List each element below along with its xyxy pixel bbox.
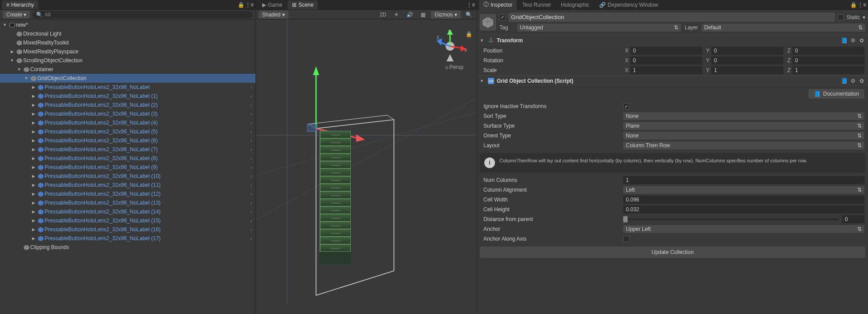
preset-icon[interactable]: ⚙: [849, 37, 856, 44]
menu-icon[interactable]: ⋮≡: [466, 2, 475, 8]
tab-holographic[interactable]: Holographic: [556, 0, 594, 9]
expand-toggle[interactable]: ▶: [30, 236, 37, 241]
audio-toggle[interactable]: 🔊: [404, 11, 415, 19]
open-prefab-icon[interactable]: ›: [250, 103, 251, 108]
open-prefab-icon[interactable]: ›: [250, 183, 251, 188]
sort-type-dropdown[interactable]: None⇅: [623, 112, 864, 120]
hierarchy-item[interactable]: ▶PressableButtonHoloLens2_32x96_NoLabel …: [0, 145, 256, 154]
hierarchy-item[interactable]: ▶PressableButtonHoloLens2_32x96_NoLabel …: [0, 172, 256, 181]
rotation-x-input[interactable]: [630, 56, 702, 64]
tab-inspector[interactable]: ⓘ Inspector: [479, 0, 517, 10]
expand-toggle[interactable]: ▶: [30, 209, 37, 214]
grid-component-header[interactable]: ▼ C# Grid Object Collection (Script) 📘 ⚙…: [477, 75, 868, 86]
expand-toggle[interactable]: ▶: [30, 174, 37, 178]
shading-dropdown[interactable]: Shaded ▾: [259, 11, 288, 19]
hierarchy-item[interactable]: Clipping Bounds: [0, 243, 256, 252]
hierarchy-item[interactable]: ▶PressableButtonHoloLens2_32x96_NoLabel …: [0, 234, 256, 243]
hierarchy-item[interactable]: ▶PressableButtonHoloLens2_32x96_NoLabel …: [0, 216, 256, 225]
open-prefab-icon[interactable]: ›: [250, 236, 251, 241]
open-prefab-icon[interactable]: ›: [250, 129, 251, 134]
preset-icon[interactable]: ⚙: [849, 77, 856, 85]
hierarchy-item[interactable]: ▼Container: [0, 65, 256, 74]
gameobject-name-input[interactable]: [508, 12, 835, 22]
open-prefab-icon[interactable]: ›: [250, 121, 251, 125]
expand-toggle[interactable]: ▼: [2, 23, 8, 27]
tab-scene[interactable]: ⊞ Scene: [288, 0, 318, 9]
expand-toggle[interactable]: ▶: [30, 129, 37, 134]
expand-toggle[interactable]: ▶: [30, 201, 37, 205]
hierarchy-tree[interactable]: ▼new*Directional LightMixedRealityToolki…: [0, 20, 256, 314]
gameobject-enabled-checkbox[interactable]: ✓: [499, 14, 506, 20]
open-prefab-icon[interactable]: ›: [250, 227, 251, 232]
expand-toggle[interactable]: ▶: [30, 121, 37, 125]
tab-hierarchy[interactable]: ≡ Hierarchy: [2, 0, 38, 9]
hierarchy-item[interactable]: ▶PressableButtonHoloLens2_32x96_NoLabel …: [0, 163, 256, 172]
expand-toggle[interactable]: ▶: [30, 183, 37, 187]
position-x-input[interactable]: [630, 47, 702, 55]
hierarchy-item[interactable]: ▼GridObjectCollection: [0, 74, 256, 83]
open-prefab-icon[interactable]: ›: [250, 147, 251, 152]
orient-type-dropdown[interactable]: None⇅: [623, 132, 864, 140]
expand-toggle[interactable]: ▶: [30, 218, 37, 223]
expand-toggle[interactable]: ▼: [23, 76, 29, 81]
hierarchy-item[interactable]: ▶PressableButtonHoloLens2_32x96_NoLabel …: [0, 225, 256, 234]
expand-toggle[interactable]: ▼: [9, 58, 15, 63]
expand-toggle[interactable]: ▶: [30, 156, 37, 161]
open-prefab-icon[interactable]: ›: [250, 218, 251, 223]
create-button[interactable]: Create ▾: [3, 11, 30, 19]
position-y-input[interactable]: [711, 47, 783, 55]
fx-toggle[interactable]: ▦: [418, 11, 428, 19]
column-alignment-dropdown[interactable]: Left⇅: [623, 186, 864, 194]
open-prefab-icon[interactable]: ›: [250, 156, 251, 161]
cell-width-input[interactable]: [623, 196, 864, 204]
static-checkbox[interactable]: [838, 14, 844, 20]
open-prefab-icon[interactable]: ›: [250, 138, 251, 143]
expand-toggle[interactable]: ▶: [30, 227, 37, 232]
gizmos-dropdown[interactable]: Gizmos ▾: [431, 11, 461, 19]
collapse-toggle[interactable]: ▼: [480, 79, 485, 83]
scale-z-input[interactable]: [792, 66, 864, 74]
orientation-gizmo[interactable]: x y z: [432, 28, 468, 64]
search-icon[interactable]: 🔍: [463, 11, 474, 19]
hierarchy-item[interactable]: ▶PressableButtonHoloLens2_32x96_NoLabel …: [0, 198, 256, 207]
layout-dropdown[interactable]: Column Then Row⇅: [623, 141, 864, 149]
expand-toggle[interactable]: ▼: [16, 67, 22, 72]
hierarchy-item[interactable]: ▶PressableButtonHoloLens2_32x96_NoLabel …: [0, 109, 256, 118]
expand-toggle[interactable]: ▶: [30, 192, 37, 196]
hierarchy-item[interactable]: MixedRealityToolkit: [0, 38, 256, 47]
open-prefab-icon[interactable]: ›: [250, 201, 251, 205]
rotation-z-input[interactable]: [792, 56, 864, 64]
static-dropdown-icon[interactable]: ▾: [863, 14, 865, 20]
tab-dependency[interactable]: 🔗 Dependency Window: [595, 0, 662, 9]
expand-toggle[interactable]: ▶: [30, 147, 37, 152]
gear-icon[interactable]: ✿: [858, 37, 865, 44]
hierarchy-item[interactable]: ▶PressableButtonHoloLens2_32x96_NoLabel …: [0, 101, 256, 109]
transform-component-header[interactable]: ▼ Transform 📘 ⚙ ✿: [477, 34, 868, 46]
expand-toggle[interactable]: ▶: [30, 165, 37, 169]
hierarchy-item[interactable]: ▶PressableButtonHoloLens2_32x96_NoLabel …: [0, 92, 256, 101]
hierarchy-item[interactable]: ▶PressableButtonHoloLens2_32x96_NoLabel …: [0, 136, 256, 145]
update-collection-button[interactable]: Update Collection: [480, 246, 865, 258]
hierarchy-item[interactable]: ▼ScrollingObjectCollection: [0, 56, 256, 65]
hierarchy-item[interactable]: Directional Light: [0, 29, 256, 38]
lock-view-icon[interactable]: 🔒: [466, 31, 472, 37]
tab-test-runner[interactable]: Test Runner: [518, 0, 556, 9]
gameobject-icon[interactable]: [480, 14, 496, 30]
open-prefab-icon[interactable]: ›: [250, 165, 251, 170]
expand-toggle[interactable]: ▶: [30, 85, 37, 89]
expand-toggle[interactable]: ▶: [30, 103, 37, 107]
tag-dropdown[interactable]: Untagged⇅: [517, 24, 681, 32]
position-z-input[interactable]: [792, 47, 864, 55]
tab-game[interactable]: ▶ Game: [258, 0, 287, 9]
hierarchy-item[interactable]: ▶PressableButtonHoloLens2_32x96_NoLabel …: [0, 207, 256, 216]
hierarchy-search[interactable]: 🔍 All: [32, 11, 253, 18]
distance-value[interactable]: [842, 215, 864, 223]
open-prefab-icon[interactable]: ›: [250, 192, 251, 197]
expand-toggle[interactable]: ▶: [30, 94, 37, 98]
gear-icon[interactable]: ✿: [858, 77, 865, 85]
open-prefab-icon[interactable]: ›: [250, 209, 251, 214]
lock-icon[interactable]: 🔒: [850, 2, 857, 8]
anchor-along-axis-checkbox[interactable]: [623, 236, 629, 242]
scale-y-input[interactable]: [711, 66, 783, 74]
mode-2d-toggle[interactable]: 2D: [377, 11, 388, 19]
